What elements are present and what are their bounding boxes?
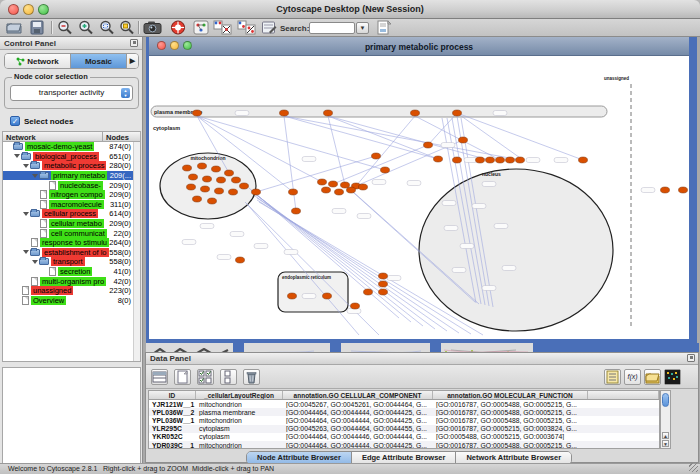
graph-node[interactable]: [453, 157, 462, 163]
graph-node[interactable]: [379, 273, 388, 279]
table-cell[interactable]: cytoplasm: [196, 425, 283, 432]
tree-row[interactable]: secretion41(0): [3, 267, 140, 277]
graph-node[interactable]: [208, 198, 217, 204]
help-icon[interactable]: [170, 20, 186, 35]
tree-row-label[interactable]: mosaic-demo-yeast: [25, 142, 94, 151]
table-cell[interactable]: YPL036W__1: [149, 417, 196, 424]
tree-row[interactable]: macromolecule311(0): [3, 200, 140, 210]
tree-row[interactable]: establishment of lo558(0): [3, 248, 140, 258]
table-scrollbar[interactable]: ▲ ▼: [660, 390, 671, 449]
tree-row[interactable]: unassigned223(0): [3, 286, 140, 296]
table-cell[interactable]: [GO:0044464, GO:0044444, GO:0044425, G..…: [283, 417, 433, 424]
tab-mosaic[interactable]: Mosaic: [71, 54, 126, 68]
new-attribute-icon[interactable]: [174, 369, 191, 385]
table-cell[interactable]: mitochondrion: [196, 417, 283, 424]
overview-plugin-icon[interactable]: [193, 20, 209, 35]
graph-node[interactable]: [212, 166, 221, 172]
tree-row-label[interactable]: cellular metabo: [49, 219, 104, 228]
tree-row-label[interactable]: nucleobase-: [58, 181, 103, 190]
table-cell[interactable]: mitochondrion: [196, 442, 283, 449]
graph-node[interactable]: [215, 188, 224, 194]
table-row[interactable]: YPL036W__1mitochondrion[GO:0044464, GO:0…: [149, 416, 659, 424]
graph-node[interactable]: [506, 157, 515, 163]
search-input[interactable]: [309, 22, 355, 34]
graph-node[interactable]: [516, 157, 525, 163]
table-cell[interactable]: YJR121W__1: [149, 401, 196, 408]
graph-node[interactable]: [198, 163, 207, 169]
tree-row-label[interactable]: Overview: [31, 296, 66, 305]
table-cell[interactable]: [GO:0016787, GO:0005488, GO:0005215, G..…: [433, 442, 588, 449]
table-cell[interactable]: YPL036W__2: [149, 409, 196, 416]
graph-node[interactable]: [323, 293, 332, 299]
attribute-list-icon[interactable]: [604, 369, 621, 385]
tree-row-label[interactable]: cellular process: [42, 209, 98, 218]
table-cell[interactable]: [GO:0045267, GO:0045261, GO:0044464, G..…: [283, 401, 433, 408]
table-row[interactable]: YPL036W__2plasma membrane[GO:0044464, GO…: [149, 408, 659, 416]
tree-scrollbar[interactable]: [133, 142, 140, 361]
table-cell[interactable]: YDR039C__1: [149, 442, 196, 449]
graph-node[interactable]: [289, 189, 298, 195]
graph-node[interactable]: [434, 156, 443, 162]
open-icon[interactable]: [6, 20, 22, 35]
tree-row-label[interactable]: establishment of lo: [42, 248, 109, 257]
table-cell[interactable]: YKR052C: [149, 433, 196, 440]
graph-edge[interactable]: [284, 116, 438, 159]
graph-node[interactable]: [183, 165, 192, 171]
tree-row-label[interactable]: metabolic process: [42, 161, 106, 170]
tree-row-label[interactable]: multi-organism pro: [40, 277, 106, 286]
tree-row[interactable]: nucleobase-209(0): [3, 180, 140, 190]
graph-node[interactable]: [193, 196, 202, 202]
graph-node[interactable]: [424, 142, 433, 148]
graph-edge[interactable]: [247, 204, 359, 335]
expander-icon[interactable]: [23, 250, 29, 254]
tree-row[interactable]: metabolic process280(0): [3, 161, 140, 171]
graph-node[interactable]: [679, 187, 688, 193]
table-row[interactable]: YDR039C__1mitochondrion[GO:0044464, GO:0…: [149, 441, 659, 449]
delete-attribute-icon[interactable]: [243, 369, 260, 385]
annotation-plugin-icon[interactable]: [261, 20, 277, 35]
table-cell[interactable]: [GO:0016787, GO:0005488, GO:0005215, G..…: [433, 417, 588, 424]
graph-node[interactable]: [364, 289, 373, 295]
table-cell[interactable]: [GO:0044464, GO:0044444, GO:0044425, G..…: [283, 409, 433, 416]
graph-node[interactable]: [201, 186, 210, 192]
graph-edge[interactable]: [328, 116, 438, 159]
table-cell[interactable]: [GO:0005488, GO:0005215, GO:0003674]: [433, 433, 588, 440]
tree-column-network[interactable]: Network: [3, 132, 103, 141]
table-row[interactable]: YJR121W__1mitochondrion[GO:0045267, GO:0…: [149, 400, 659, 408]
graph-edge[interactable]: [284, 116, 296, 211]
select-nodes-checkbox[interactable]: ✓: [10, 116, 20, 126]
table-cell[interactable]: [GO:0016787, GO:0005488, GO:0005215, G..…: [433, 401, 588, 408]
tree-row[interactable]: transport558(0): [3, 257, 140, 267]
table-row[interactable]: YKR052Ccytoplasm[GO:0044464, GO:0044446,…: [149, 433, 659, 441]
graph-node[interactable]: [411, 110, 420, 116]
graph-node[interactable]: [240, 183, 249, 189]
import-attributes-icon[interactable]: [644, 369, 661, 385]
graph-node[interactable]: [341, 182, 350, 188]
tab-network[interactable]: Network: [5, 54, 71, 68]
graph-node[interactable]: [351, 303, 360, 309]
graph-node[interactable]: [318, 179, 327, 185]
table-cell[interactable]: [GO:0044464, GO:0044446, GO:0044444, G..…: [283, 433, 433, 440]
graph-node[interactable]: [476, 157, 485, 163]
graph-node[interactable]: [372, 153, 381, 159]
column-header-region[interactable]: _cellularLayoutRegion: [196, 391, 283, 399]
select-nodes-checkbox-row[interactable]: ✓ Select nodes: [10, 115, 73, 127]
graph-node[interactable]: [579, 157, 588, 163]
graph-node[interactable]: [661, 187, 670, 193]
expander-icon[interactable]: [23, 212, 29, 216]
graph-node[interactable]: [381, 167, 390, 173]
scroll-down-icon[interactable]: ▼: [662, 440, 669, 447]
resize-grip[interactable]: [689, 463, 698, 472]
graph-edge[interactable]: [328, 116, 345, 185]
graph-edge[interactable]: [428, 113, 457, 145]
graph-node[interactable]: [193, 110, 202, 116]
table-cell[interactable]: YLR295C: [149, 425, 196, 432]
table-cell[interactable]: mitochondrion: [196, 401, 283, 408]
graph-node[interactable]: [453, 110, 462, 116]
tree-row[interactable]: Overview8(0): [3, 296, 140, 306]
search-options-icon[interactable]: [376, 20, 392, 35]
zoom-fit-icon[interactable]: [99, 20, 115, 35]
tree-row[interactable]: cellular process614(0): [3, 209, 140, 219]
table-cell[interactable]: plasma membrane: [196, 409, 283, 416]
tree-row-label[interactable]: transport: [51, 257, 85, 266]
